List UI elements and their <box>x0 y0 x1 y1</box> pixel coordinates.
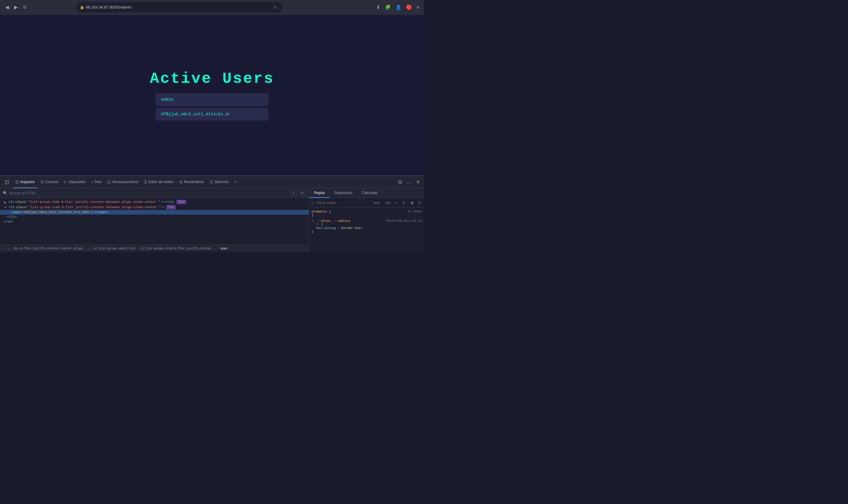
breadcrumb-item-3[interactable]: li.list-group-item.d-flex.justify-conten… <box>140 247 216 250</box>
performance-icon: ◎ <box>179 180 183 184</box>
tab-more[interactable]: » <box>231 176 239 188</box>
avatar-button[interactable]: 🔴 <box>405 3 413 11</box>
inspector-icon: ◻ <box>16 180 19 184</box>
dark-mode-button[interactable]: ◑ <box>409 200 415 205</box>
search-icon: 🔍 <box>3 191 7 195</box>
back-button[interactable]: ◀ <box>3 3 11 11</box>
html-tag-li-1: <li <box>8 200 14 204</box>
user-item-admin: admin <box>156 93 268 106</box>
html-search-input[interactable] <box>10 191 288 195</box>
tab-style-editor-label: Editor de estilos <box>148 180 174 184</box>
html-tag-close-1: > <box>161 200 163 204</box>
user-list: admin HTB{jwt_n0n3_sst1_4tt4cks_4r <box>156 93 268 121</box>
styles-tab-computed[interactable]: Calculado <box>357 188 382 198</box>
styles-panel: Reglas Disposición Calculado ▽ :hov .cls… <box>309 188 424 252</box>
breadcrumb-sep-2: › <box>137 247 139 250</box>
prop-name-box-sizing: box-sizing <box>316 227 336 230</box>
html-line-1: ▶ <li class="list-group-item d-flex just… <box>0 199 309 204</box>
html-attr-class-1: class= <box>15 200 27 204</box>
tab-console[interactable]: ⊡ Consola <box>38 176 61 188</box>
page-title: Active Users <box>150 70 274 87</box>
styles-tab-layout[interactable]: Disposición <box>329 188 357 198</box>
download-button[interactable]: ⬇ <box>375 3 381 11</box>
html-search-bar: 🔍 + ✏ <box>0 188 309 198</box>
source-inline: en línea <box>408 210 422 213</box>
more-tools-button[interactable]: … <box>405 178 413 186</box>
html-line-5: </ul> <box>0 219 309 224</box>
breadcrumb-item-current[interactable]: span <box>220 247 227 250</box>
cls-button[interactable]: .cls <box>383 200 392 205</box>
styles-brace-open-2: :: { <box>311 223 323 227</box>
html-content: ▶ <li class="list-group-item d-flex just… <box>0 198 309 245</box>
debugger-icon: ▷ <box>64 180 67 184</box>
flex-badge-1: flex <box>177 200 186 204</box>
tab-performance[interactable]: ◎ Rendimiento <box>176 176 207 188</box>
styles-selector-element: elemento en línea { <box>311 210 422 213</box>
add-rule-button[interactable]: + <box>394 200 398 205</box>
print-mode-button[interactable]: ⎙ <box>417 200 422 205</box>
collapse-btn-2[interactable]: ▼ <box>3 206 8 209</box>
styles-tab-rules[interactable]: Reglas <box>309 188 329 198</box>
styles-filter-input[interactable] <box>317 201 369 205</box>
close-devtools-button[interactable]: ✕ <box>414 178 422 186</box>
breadcrumb-forward-button[interactable]: › <box>6 246 10 251</box>
styles-prop-box-sizing: box-sizing : border-box; <box>311 227 422 230</box>
tab-network[interactable]: ↕ Red <box>88 176 104 188</box>
breadcrumb-nav: ‹ › <box>2 246 10 251</box>
tab-storage-label: Almacenamiento <box>112 180 138 184</box>
profile-button[interactable]: 👤 <box>394 3 402 11</box>
styles-content: elemento en línea { } *, ::after, ::befo… <box>309 208 424 252</box>
html-tag-end-li-1: </li> <box>165 200 174 204</box>
url-text: 68.183.34.87:30305/admin <box>86 5 269 10</box>
address-bar[interactable]: 🔒 68.183.34.87:30305/admin ☆ <box>76 2 282 12</box>
user-item-token: HTB{jwt_n0n3_sst1_4tt4cks_4r <box>156 108 268 121</box>
page-content: Active Users admin HTB{jwt_n0n3_sst1_4tt… <box>0 15 424 176</box>
collapse-btn-1[interactable]: ▶ <box>3 200 7 204</box>
pick-button[interactable]: ✏ <box>299 190 306 196</box>
console-icon: ⊡ <box>41 180 44 184</box>
url-domain: 68.183.34.87 <box>86 5 108 10</box>
breadcrumb: ‹ › div.d-flex.justify-content-center.al… <box>0 245 309 252</box>
hov-button[interactable]: :hov <box>371 200 381 205</box>
menu-button[interactable]: ≡ <box>415 3 420 11</box>
tab-style-editor[interactable]: {} Editor de estilos <box>141 176 176 188</box>
styles-rule-body-universal: :: { <box>311 223 422 227</box>
style-editor-icon: {} <box>144 180 147 184</box>
tab-inspector-label: Inspector <box>20 180 35 184</box>
bookmark-button[interactable]: ☆ <box>271 3 279 11</box>
tab-debugger-label: Depurador <box>69 180 85 184</box>
breadcrumb-back-button[interactable]: ‹ <box>2 246 6 251</box>
html-line-4: </li> <box>0 215 309 219</box>
add-node-button[interactable]: + <box>290 190 296 196</box>
filter-icon: ▽ <box>311 201 314 205</box>
refresh-button[interactable]: ↻ <box>21 3 29 11</box>
tab-memory[interactable]: ◫ Memoria <box>207 176 231 188</box>
security-icon: 🔒 <box>80 5 84 10</box>
devtools-body: 🔍 + ✏ ▶ <li class="list-group-item d-fle… <box>0 188 424 252</box>
styles-rule-universal: *, ::after, ::before bootstrap.min.css:1… <box>311 219 422 233</box>
breadcrumb-item-1[interactable]: div.d-flex.justify-content-center.align-… <box>14 247 90 250</box>
brace-open-1: { <box>329 210 331 213</box>
styles-rule-element: elemento en línea { } <box>311 210 422 217</box>
network-icon: ↕ <box>91 180 93 184</box>
forward-button[interactable]: ▶ <box>12 3 19 11</box>
pick-element-button[interactable]: ⊡ <box>2 178 12 187</box>
storage-icon: ◫ <box>107 180 111 184</box>
html-tag-li-2: <li <box>9 205 15 209</box>
tab-inspector[interactable]: ◻ Inspector <box>13 176 38 188</box>
html-line-3: <span>HTB{jwt_n0n3_sst1_4tt4cks_4r3_c00l… <box>0 210 309 215</box>
tab-storage[interactable]: ◫ Almacenamiento <box>104 176 141 188</box>
html-span-content: HTB{jwt_n0n3_sst1_4tt4cks_4r3_c00l!} <box>23 211 94 214</box>
tab-debugger[interactable]: ▷ Depurador <box>61 176 88 188</box>
html-attr-class-2: class= <box>16 205 28 209</box>
breadcrumb-sep-1: › <box>91 247 92 250</box>
split-view-button[interactable]: ⊟ <box>396 178 404 186</box>
memory-icon: ◫ <box>210 180 213 184</box>
brace-close-2: } <box>311 230 422 233</box>
html-tag-gt-2: > <box>162 205 164 209</box>
breadcrumb-item-2[interactable]: ul.list-group.small-list <box>94 247 136 250</box>
extensions-button[interactable]: 🧩 <box>384 3 392 11</box>
light-mode-button[interactable]: ☀ <box>401 200 407 205</box>
html-tag-span-close: </span> <box>94 211 108 214</box>
devtools-toolbar-right: ⊟ … ✕ <box>396 178 422 186</box>
